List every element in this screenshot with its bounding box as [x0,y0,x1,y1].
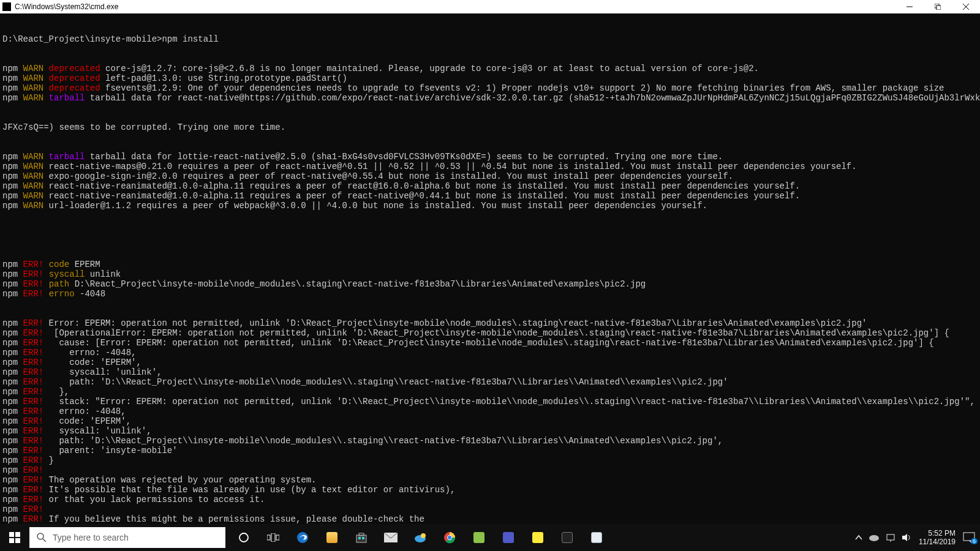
android-studio-icon[interactable] [464,524,494,551]
svg-rect-12 [267,535,270,540]
start-button[interactable] [0,524,29,551]
taskbar: Type here to search 5:52 PM 11/14/2019 6 [0,524,980,551]
terminal-line: npm ERR! or that you lack permissions to… [2,495,978,504]
mail-icon[interactable] [376,524,405,551]
cmd-icon[interactable] [552,524,582,551]
svg-point-9 [37,533,43,539]
cortana-icon[interactable] [229,524,258,551]
terminal-line: npm ERR! code: 'EPERM', [2,358,978,367]
terminal-line: npm WARN react-native-maps@0.21.0 requir… [2,162,978,171]
prompt-line: D:\React_Project\insyte-mobile>npm insta… [2,34,978,44]
terminal-line: npm ERR! errno -4048 [2,289,978,299]
svg-marker-29 [902,534,907,541]
terminal-line: npm ERR! If you believe this might be a … [2,514,978,524]
weather-icon[interactable] [405,524,435,551]
terminal-line: npm ERR! } [2,455,978,465]
cmd-titlebar-icon [2,2,11,11]
window-title: C:\Windows\System32\cmd.exe [15,2,118,11]
terminal-line: npm ERR! Error: EPERM: operation not per… [2,318,978,328]
terminal-line: npm ERR! [2,504,978,514]
terminal-line: npm WARN react-native-reanimated@1.0.0-a… [2,181,978,191]
terminal-line: npm WARN deprecated fsevents@1.2.9: One … [2,83,978,93]
svg-rect-8 [15,538,20,543]
action-center-icon[interactable]: 6 [963,532,975,543]
search-icon [37,533,47,542]
terminal-output[interactable]: D:\React_Project\insyte-mobile>npm insta… [0,13,980,524]
edge-icon[interactable] [288,524,317,551]
tray-volume-icon[interactable] [902,533,911,542]
window-titlebar: C:\Windows\System32\cmd.exe [0,0,980,13]
terminal-line: npm WARN deprecated left-pad@1.3.0: use … [2,73,978,83]
clock[interactable]: 5:52 PM 11/14/2019 [919,529,956,546]
svg-rect-7 [9,538,14,543]
terminal-line: npm WARN expo-google-sign-in@2.0.0 requi… [2,171,978,181]
svg-point-11 [239,533,248,542]
tray-network-icon[interactable] [886,533,895,542]
chrome-icon[interactable] [435,524,464,551]
terminal-line: npm ERR! cause: [Error: EPERM: operation… [2,338,978,348]
terminal-line: npm WARN tarball tarball data for lottie… [2,152,978,162]
terminal-line: npm WARN url-loader@1.1.2 requires a pee… [2,201,978,211]
teams-icon[interactable] [494,524,523,551]
terminal-line: npm ERR! It's possible that the file was… [2,485,978,495]
svg-rect-5 [9,532,14,537]
store-icon[interactable] [347,524,376,551]
terminal-line: npm ERR! path D:\React_Project\insyte-mo… [2,279,978,289]
tarball-wrap-line: JFXc7sQ==) seems to be corrupted. Trying… [2,122,978,132]
minimize-button[interactable] [895,0,924,13]
terminal-line: npm ERR! syscall unlink [2,269,978,279]
svg-point-22 [421,533,426,538]
tray-chevron-up-icon[interactable] [855,534,862,541]
svg-rect-27 [887,534,894,540]
clock-date: 11/14/2019 [919,538,956,546]
search-placeholder: Type here to search [53,533,129,542]
terminal-line: npm WARN tarball tarball data for react-… [2,93,978,103]
terminal-line: npm ERR! path: 'D:\\React_Project\\insyt… [2,436,978,446]
taskbar-search[interactable]: Type here to search [29,527,225,548]
terminal-line: npm ERR! code EPERM [2,260,978,269]
terminal-line: npm ERR! The operation was rejected by y… [2,475,978,485]
terminal-line: npm ERR! parent: 'insyte-mobile' [2,446,978,455]
terminal-line: npm ERR! path: 'D:\\React_Project\\insyt… [2,377,978,387]
svg-rect-13 [271,533,275,542]
terminal-line: npm ERR! }, [2,387,978,397]
svg-point-25 [448,536,452,540]
terminal-line: npm ERR! errno: -4048, [2,407,978,416]
terminal-line: npm ERR! errno: -4048, [2,348,978,358]
clock-time: 5:52 PM [919,529,956,538]
notification-badge: 6 [971,538,978,544]
svg-rect-2 [937,6,941,10]
svg-rect-16 [356,535,366,542]
svg-rect-19 [362,537,364,539]
close-button[interactable] [952,0,980,13]
file-explorer-icon[interactable] [317,524,347,551]
system-tray: 5:52 PM 11/14/2019 6 [855,524,980,551]
terminal-line: npm ERR! syscall: 'unlink', [2,426,978,436]
svg-rect-18 [358,537,361,539]
sticky-notes-icon[interactable] [523,524,552,551]
svg-rect-14 [276,535,279,540]
terminal-line: npm ERR! code: 'EPERM', [2,416,978,426]
terminal-line: npm ERR! [OperationalError: EPERM: opera… [2,328,978,338]
svg-rect-6 [15,532,20,537]
taskbar-pinned [229,524,611,551]
window-controls [895,0,980,13]
tray-onedrive-icon[interactable] [869,534,880,541]
svg-point-26 [869,535,879,541]
maximize-button[interactable] [924,0,952,13]
terminal-line: npm WARN deprecated core-js@1.2.7: core-… [2,64,978,73]
taskview-icon[interactable] [258,524,288,551]
terminal-line: npm ERR! syscall: 'unlink', [2,367,978,377]
svg-line-10 [43,539,46,542]
notepad-icon[interactable] [582,524,611,551]
terminal-line: npm WARN react-native-reanimated@1.0.0-a… [2,191,978,201]
terminal-line: npm ERR! [2,465,978,475]
terminal-line: npm ERR! stack: "Error: EPERM: operation… [2,397,978,407]
